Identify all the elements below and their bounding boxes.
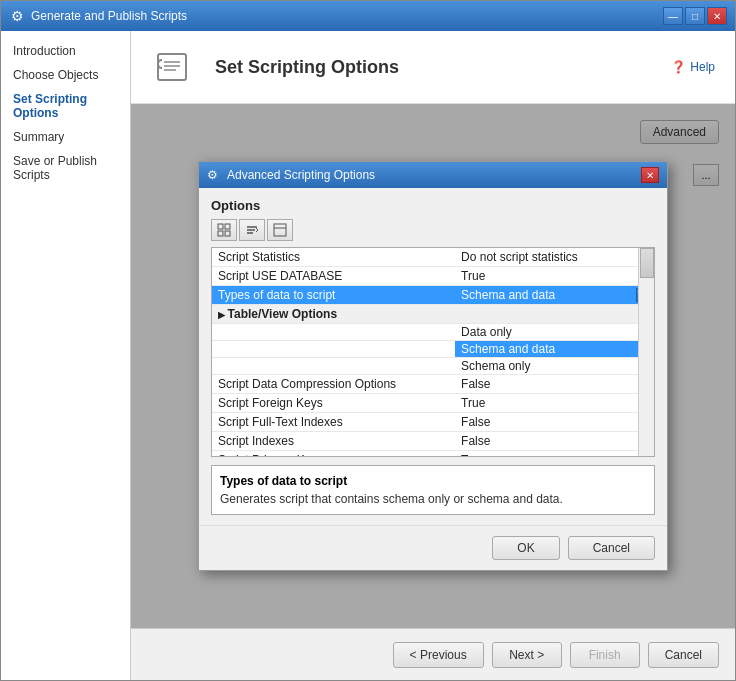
scrollbar-thumb xyxy=(640,248,654,278)
dialog-title: Advanced Scripting Options xyxy=(227,168,641,182)
next-button[interactable]: Next > xyxy=(492,642,562,668)
table-row: Script Primary Keys True xyxy=(212,451,654,458)
ok-button[interactable]: OK xyxy=(492,536,559,560)
advanced-scripting-options-dialog: ⚙ Advanced Scripting Options ✕ Options xyxy=(198,161,668,571)
toolbar-btn-view[interactable] xyxy=(267,219,293,241)
table-row: Script Foreign Keys True xyxy=(212,394,654,413)
table-row: Script Data Compression Options False xyxy=(212,375,654,394)
close-button[interactable]: ✕ xyxy=(707,7,727,25)
dialog-icon: ⚙ xyxy=(207,168,221,182)
window-controls: — □ ✕ xyxy=(663,7,727,25)
finish-button[interactable]: Finish xyxy=(570,642,640,668)
description-title: Types of data to script xyxy=(220,474,646,488)
table-row: Script USE DATABASE True xyxy=(212,267,654,286)
options-table-wrap: Script Statistics Do not script statisti… xyxy=(211,247,655,457)
previous-button[interactable]: < Previous xyxy=(393,642,484,668)
help-icon: ❓ xyxy=(671,60,686,74)
window-icon: ⚙ xyxy=(9,8,25,24)
svg-rect-5 xyxy=(225,224,230,229)
page-title: Set Scripting Options xyxy=(215,57,399,78)
sidebar-item-set-scripting-options[interactable]: Set Scripting Options xyxy=(1,87,130,125)
sidebar-item-introduction[interactable]: Introduction xyxy=(1,39,130,63)
dialog-title-bar: ⚙ Advanced Scripting Options ✕ xyxy=(199,162,667,188)
content-area: Introduction Choose Objects Set Scriptin… xyxy=(1,31,735,680)
description-area: Types of data to script Generates script… xyxy=(211,465,655,515)
svg-rect-6 xyxy=(218,231,223,236)
svg-rect-7 xyxy=(225,231,230,236)
description-text: Generates script that contains schema on… xyxy=(220,492,646,506)
maximize-button[interactable]: □ xyxy=(685,7,705,25)
scrollbar[interactable] xyxy=(638,248,654,456)
modal-overlay: ⚙ Advanced Scripting Options ✕ Options xyxy=(131,104,735,628)
panel-body: Advanced ⚙ Advanced Scripting Options ✕ … xyxy=(131,104,735,628)
panel-icon xyxy=(151,43,199,91)
svg-rect-11 xyxy=(274,224,286,236)
toolbar-btn-grid[interactable] xyxy=(211,219,237,241)
minimize-button[interactable]: — xyxy=(663,7,683,25)
options-label: Options xyxy=(211,198,655,213)
panel-header: Set Scripting Options ❓ Help xyxy=(131,31,735,104)
window-title: Generate and Publish Scripts xyxy=(31,9,663,23)
dialog-footer: OK Cancel xyxy=(199,525,667,570)
types-of-data-row[interactable]: Types of data to script Schema and data … xyxy=(212,286,654,305)
sidebar-item-summary[interactable]: Summary xyxy=(1,125,130,149)
table-row-dropdown-schema-only[interactable]: Schema only xyxy=(212,358,654,375)
table-row-dropdown-schema-data[interactable]: Schema and data xyxy=(212,341,654,358)
table-row: Script Indexes False xyxy=(212,432,654,451)
panel-footer: < Previous Next > Finish Cancel xyxy=(131,628,735,680)
dialog-content: Options xyxy=(199,188,667,525)
svg-rect-4 xyxy=(218,224,223,229)
main-window: ⚙ Generate and Publish Scripts — □ ✕ Int… xyxy=(0,0,736,681)
help-link[interactable]: ❓ Help xyxy=(671,60,715,74)
table-row: Script Statistics Do not script statisti… xyxy=(212,248,654,267)
main-panel: Set Scripting Options ❓ Help Advanced ⚙ … xyxy=(131,31,735,680)
options-table: Script Statistics Do not script statisti… xyxy=(212,248,654,457)
table-row-dropdown-data-only[interactable]: Data only xyxy=(212,324,654,341)
table-group-header: Table/View Options xyxy=(212,305,654,324)
toolbar-btn-sort[interactable] xyxy=(239,219,265,241)
sidebar-item-save-or-publish[interactable]: Save or Publish Scripts xyxy=(1,149,130,187)
table-row: Script Full-Text Indexes False xyxy=(212,413,654,432)
dialog-close-button[interactable]: ✕ xyxy=(641,167,659,183)
cancel-button[interactable]: Cancel xyxy=(648,642,719,668)
cancel-dialog-button[interactable]: Cancel xyxy=(568,536,655,560)
sidebar: Introduction Choose Objects Set Scriptin… xyxy=(1,31,131,680)
title-bar: ⚙ Generate and Publish Scripts — □ ✕ xyxy=(1,1,735,31)
dialog-toolbar xyxy=(211,219,655,241)
svg-rect-0 xyxy=(158,54,186,80)
sidebar-item-choose-objects[interactable]: Choose Objects xyxy=(1,63,130,87)
